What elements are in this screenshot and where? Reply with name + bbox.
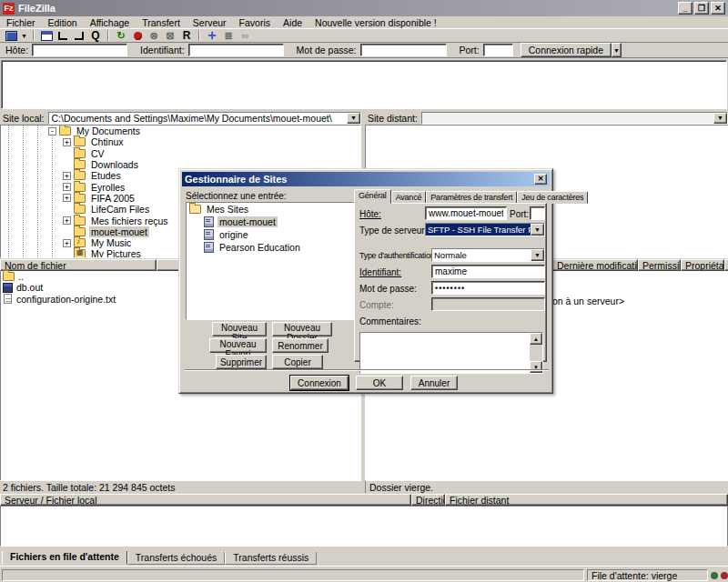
local-path-value[interactable]: C:\Documents and Settings\Maxime\My Docu… [49, 113, 347, 124]
sites-tree[interactable]: Mes Sites mouet-mouet origine Pearson Ed… [186, 202, 359, 320]
column-permissions[interactable]: Permissi... [638, 259, 681, 271]
statusbar-main-panel [2, 569, 584, 581]
tab-fichiers-en-file-attente[interactable]: Fichiers en file d'attente [2, 551, 127, 565]
menu-transfert[interactable]: Transfert [136, 17, 187, 28]
menu-favoris[interactable]: Favoris [233, 17, 277, 28]
quickconnect-pass-input[interactable] [360, 44, 447, 56]
local-tree-toggle-button[interactable] [55, 29, 71, 42]
filter-button[interactable]: ✛ [204, 29, 220, 42]
queue-list[interactable] [0, 506, 728, 547]
tab-transferts-reussis[interactable]: Transferts réussis [225, 552, 317, 565]
minimize-button[interactable]: _ [678, 2, 693, 15]
scroll-down-icon[interactable]: ▼ [530, 361, 542, 373]
abort-button[interactable] [129, 29, 146, 42]
tree-item[interactable]: +Chtinux [1, 136, 360, 147]
db-file-icon [3, 283, 13, 293]
remote-path-value[interactable] [422, 113, 713, 124]
title-bar[interactable]: Fz FileZilla _ ❐ ✕ [0, 0, 728, 16]
folder-icon [74, 205, 86, 214]
column-fichier-distant[interactable]: Fichier distant [445, 494, 728, 506]
site-item[interactable]: Pearson Education [187, 241, 358, 254]
tab-parametres-de-transfert[interactable]: Paramètres de transfert [426, 191, 517, 204]
password-input[interactable] [431, 281, 545, 295]
new-folder-button[interactable]: Nouveau Dossier [272, 322, 332, 336]
comments-scrollbar[interactable]: ▲ ▼ [530, 333, 542, 373]
remote-path-dropdown-icon[interactable]: ▼ [713, 113, 727, 124]
comments-textarea[interactable] [360, 333, 530, 373]
disconnect-button[interactable]: ⊗ [146, 29, 162, 42]
filezilla-window: Fz FileZilla _ ❐ ✕ Fichier Edition Affic… [0, 0, 728, 582]
server-type-select[interactable]: SFTP - SSH File Transfer Protocol ▼ [425, 223, 545, 236]
menu-fichier[interactable]: Fichier [0, 17, 42, 28]
tab-general[interactable]: Général [354, 189, 391, 204]
site-item[interactable]: origine [187, 228, 358, 241]
quickconnect-host-input[interactable] [32, 44, 127, 56]
local-path-combo[interactable]: C:\Documents and Settings\Maxime\My Docu… [48, 112, 361, 125]
new-bookmark-button[interactable]: Nouveau Favori [209, 338, 267, 353]
quickconnect-user-input[interactable] [188, 44, 284, 56]
restore-button[interactable]: ❐ [694, 2, 709, 15]
remote-tree-icon [75, 32, 84, 40]
remote-tree-toggle-button[interactable] [71, 29, 87, 42]
close-button[interactable]: ✕ [711, 2, 725, 15]
dialog-title-bar[interactable]: Gestionnaire de Sites ✕ [182, 172, 550, 186]
logview-toggle-button[interactable] [38, 29, 55, 42]
refresh-button[interactable]: ↻ [113, 29, 129, 42]
pictures-folder-icon: ▦ [74, 249, 86, 258]
menu-nouvelle-version[interactable]: Nouvelle version disponible ! [308, 17, 443, 28]
connect-button[interactable]: Connexion [290, 376, 349, 390]
port-input[interactable] [530, 206, 545, 220]
server-type-dropdown-icon[interactable]: ▼ [531, 224, 544, 236]
host-input[interactable] [425, 206, 507, 220]
queue-view-button[interactable]: ≣ [220, 29, 237, 42]
logon-type-dropdown-icon[interactable]: ▼ [531, 249, 544, 261]
ok-button[interactable]: OK [356, 376, 403, 390]
dialog-close-button[interactable]: ✕ [534, 174, 547, 185]
menu-edition[interactable]: Edition [42, 17, 84, 28]
reconnect-button[interactable]: R [178, 29, 195, 42]
expander-icon[interactable]: + [63, 183, 71, 191]
queue-toggle-button[interactable]: Q [87, 29, 104, 42]
cancel-button[interactable]: Annuler [410, 376, 458, 390]
expander-icon[interactable]: + [63, 194, 71, 202]
delete-button[interactable]: Supprimer [216, 355, 267, 369]
logon-type-select[interactable]: Normale ▼ [431, 248, 545, 262]
tab-transferts-echoues[interactable]: Transferts échoués [127, 552, 226, 565]
clear-queue-button[interactable]: ⊠ [162, 29, 178, 42]
tree-item[interactable]: -My Documents [1, 125, 360, 136]
quickconnect-port-input[interactable] [483, 44, 513, 56]
menu-aide[interactable]: Aide [277, 17, 308, 28]
column-serveur-fichier-local[interactable]: Serveur / Fichier local [0, 494, 411, 506]
rename-button[interactable]: Renommer [272, 338, 329, 353]
menu-serveur[interactable]: Serveur [187, 17, 233, 28]
message-log[interactable] [1, 60, 727, 109]
column-nom-de-fichier[interactable]: Nom de fichier [0, 259, 157, 271]
logon-type-value: Normale [432, 249, 531, 261]
expander-icon[interactable]: + [63, 239, 71, 247]
expander-icon[interactable]: + [63, 172, 71, 180]
tree-root[interactable]: Mes Sites [187, 203, 358, 216]
tab-jeu-de-caracteres[interactable]: Jeu de caractères [517, 191, 588, 204]
new-site-button[interactable]: Nouveau Site [212, 322, 267, 336]
copy-button[interactable]: Copier [272, 355, 323, 369]
expander-icon[interactable]: - [48, 127, 56, 135]
column-derniere-modification[interactable]: Dernière modification [552, 259, 638, 271]
site-item-selected[interactable]: mouet-mouet [187, 216, 358, 228]
local-path-dropdown-icon[interactable]: ▼ [347, 113, 360, 124]
column-direction[interactable]: Direction [411, 494, 445, 506]
tab-general-pane: Hôte: Port: Type de serveur: SFTP - SSH … [354, 203, 547, 362]
scroll-up-icon[interactable]: ▲ [530, 333, 542, 345]
expander-icon[interactable]: + [63, 138, 71, 146]
menu-affichage[interactable]: Affichage [84, 17, 136, 28]
user-input[interactable] [431, 265, 545, 278]
expander-icon[interactable]: + [63, 216, 71, 225]
site-manager-caret[interactable]: ▼ [19, 29, 29, 42]
column-proprietaire[interactable]: Propriétaire /... [681, 259, 724, 271]
tab-avance[interactable]: Avancé [391, 191, 427, 204]
folder-icon [74, 171, 86, 180]
remote-path-combo[interactable]: ▼ [421, 112, 728, 125]
tree-item[interactable]: CV [1, 148, 360, 159]
quickconnect-caret[interactable]: ▼ [612, 43, 622, 57]
site-manager-button[interactable] [3, 29, 19, 42]
quickconnect-button[interactable]: Connexion rapide [521, 43, 612, 57]
